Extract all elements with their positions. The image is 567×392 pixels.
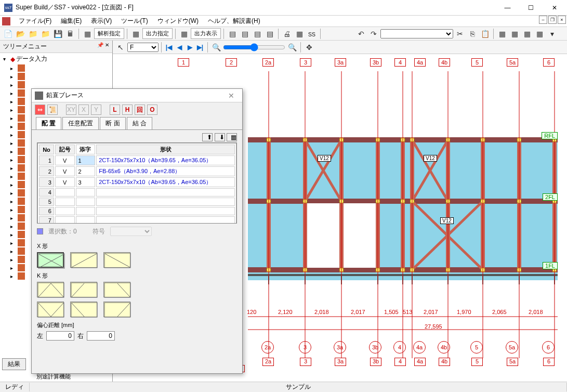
kshape-1[interactable] xyxy=(37,282,64,297)
xshape-1[interactable] xyxy=(37,252,64,268)
menu-file[interactable]: ファイル(F) xyxy=(15,16,56,27)
output-view-button[interactable]: 出力表示 xyxy=(191,28,221,39)
calc-icon[interactable]: 🖩 xyxy=(64,28,76,40)
history-select[interactable] xyxy=(380,29,453,38)
additional-calc[interactable]: 別途計算機能 xyxy=(36,373,71,381)
cursor-icon[interactable]: ↖ xyxy=(115,42,126,53)
tree-item[interactable]: ▸ xyxy=(1,72,111,81)
tab-combine[interactable]: 結 合 xyxy=(127,117,152,129)
menu-edit[interactable]: 編集(E) xyxy=(57,16,86,27)
undo-icon[interactable]: ↶ xyxy=(355,28,367,40)
grid-label: 2 xyxy=(226,58,237,67)
left-input[interactable] xyxy=(46,331,74,341)
tab-section[interactable]: 断 面 xyxy=(100,117,125,129)
zoom-out-icon[interactable]: 🔍 xyxy=(210,42,222,53)
kshape-2[interactable] xyxy=(70,282,97,297)
menu-bar: ファイル(F) 編集(E) 表示(V) ツール(T) ウィンドウ(W) ヘルプ、… xyxy=(0,16,567,27)
dlg-tb-2[interactable]: 📜 xyxy=(47,104,58,115)
row-up-icon[interactable]: ⬆ xyxy=(202,133,213,141)
tree-item[interactable]: ▸ xyxy=(1,81,111,89)
status-center: サンプル xyxy=(30,383,567,391)
pan-icon[interactable]: ✥ xyxy=(304,42,315,53)
maximize-button[interactable]: ☐ xyxy=(519,0,543,16)
nav-next[interactable]: ▶ xyxy=(185,43,194,52)
dlg-tb-h[interactable]: H xyxy=(122,104,133,115)
open-icon[interactable]: 📂 xyxy=(15,28,26,40)
table-row[interactable]: 1V12CT-150x75x7x10（Ab=39.65，Ae=36.05） xyxy=(39,155,235,165)
table-row[interactable]: 2V2FB-65x6（Ab=3.90，Ae=2.88） xyxy=(39,166,235,176)
tab-placement[interactable]: 配 置 xyxy=(36,117,61,129)
dialog-close[interactable]: ✕ xyxy=(223,92,239,100)
folder-icon[interactable]: 📁 xyxy=(27,28,38,40)
dlg-tb-l[interactable]: L xyxy=(110,104,120,115)
dlg-tb-xy[interactable]: XY xyxy=(66,104,76,115)
new-icon[interactable]: 📄 xyxy=(2,28,14,40)
mdi-close[interactable]: × xyxy=(558,16,566,24)
tree-root[interactable]: ▾◆ データ入力 xyxy=(1,54,111,64)
dlg-tb-o[interactable]: O xyxy=(147,104,157,115)
mdi-restore[interactable]: ❐ xyxy=(548,16,557,24)
menu-drop-icon[interactable]: ▾ xyxy=(546,28,558,40)
dlg-tb-d[interactable]: 回 xyxy=(135,104,145,115)
table-row[interactable]: 3V32CT-150x75x7x10（Ab=39.65，Ae=36.05） xyxy=(39,177,235,187)
print-icon[interactable]: 🖨 xyxy=(281,28,293,40)
nav-last[interactable]: ▶| xyxy=(195,43,205,52)
table-row[interactable]: 5 xyxy=(39,198,235,206)
cut-icon[interactable]: ✂ xyxy=(454,28,466,40)
redo-icon[interactable]: ↷ xyxy=(368,28,379,40)
close-button[interactable]: ✕ xyxy=(543,0,566,16)
right-input[interactable] xyxy=(87,331,115,341)
analysis-spec-button[interactable]: 解析指定 xyxy=(94,28,124,39)
output1-icon[interactable]: ▦ xyxy=(130,28,141,40)
menu-view[interactable]: 表示(V) xyxy=(87,16,116,27)
csv-icon[interactable]: ▦ xyxy=(294,28,305,40)
tb-d[interactable]: ▤ xyxy=(264,28,275,40)
row-opt-icon[interactable]: ▦ xyxy=(227,133,237,141)
brace-table[interactable]: No 記号 添字 形状 1V12CT-150x75x7x10（Ab=39.65，… xyxy=(37,143,236,224)
output2-icon[interactable]: ▦ xyxy=(178,28,190,40)
result-tab[interactable]: 結果 xyxy=(2,358,26,370)
tb-a[interactable]: ▤ xyxy=(227,28,238,40)
dialog-titlebar[interactable]: 鉛直ブレース ✕ xyxy=(32,89,242,102)
dlg-tb-y[interactable]: Y xyxy=(91,104,101,115)
dlg-tb-x[interactable]: X xyxy=(78,104,89,115)
dlg-tb-1[interactable]: ⇔ xyxy=(35,104,45,115)
win3-icon[interactable]: ▦ xyxy=(521,28,533,40)
zoom-slider[interactable] xyxy=(223,43,285,51)
table-row[interactable]: 6 xyxy=(39,207,235,215)
kshape-4[interactable] xyxy=(37,302,64,317)
kshape-3[interactable] xyxy=(103,282,130,297)
tree-item[interactable]: ▸ xyxy=(1,64,111,72)
win1-icon[interactable]: ▦ xyxy=(496,28,508,40)
mdi-icon[interactable] xyxy=(2,17,10,25)
kshape-6[interactable] xyxy=(103,302,130,317)
menu-tool[interactable]: ツール(T) xyxy=(117,16,152,27)
tb-b[interactable]: ▤ xyxy=(239,28,250,40)
folder2-icon[interactable]: 📁 xyxy=(39,28,51,40)
xshape-2[interactable] xyxy=(70,252,97,268)
tb-c[interactable]: ▤ xyxy=(252,28,263,40)
table-row[interactable]: 4 xyxy=(39,188,235,197)
copy-icon[interactable]: ⎘ xyxy=(467,28,478,40)
ss-icon[interactable]: ss xyxy=(306,28,318,40)
tab-arbitrary[interactable]: 任意配置 xyxy=(62,117,99,129)
output-spec-button[interactable]: 出力指定 xyxy=(142,28,173,39)
row-down-icon[interactable]: ⬇ xyxy=(215,133,225,141)
menu-window[interactable]: ウィンドウ(W) xyxy=(153,16,203,27)
mdi-min[interactable]: – xyxy=(539,16,547,24)
menu-help[interactable]: ヘルプ、解説書(H) xyxy=(204,16,265,27)
analysis1-icon[interactable]: ▦ xyxy=(82,28,93,40)
xshape-3[interactable] xyxy=(103,252,130,268)
kshape-5[interactable] xyxy=(70,302,97,317)
level-select[interactable]: F xyxy=(127,43,159,52)
table-row[interactable]: 7 xyxy=(39,216,235,224)
grid-icon[interactable]: ▦ xyxy=(534,28,545,40)
paste-icon[interactable]: 📋 xyxy=(479,28,491,40)
pin-icon[interactable]: 📌 ✕ xyxy=(97,42,109,51)
nav-first[interactable]: |◀ xyxy=(164,43,174,52)
minimize-button[interactable]: — xyxy=(496,0,519,16)
zoom-in-icon[interactable]: 🔍 xyxy=(286,42,298,53)
nav-prev[interactable]: ◀ xyxy=(175,43,184,52)
win2-icon[interactable]: ▦ xyxy=(509,28,520,40)
save-icon[interactable]: 💾 xyxy=(52,28,63,40)
